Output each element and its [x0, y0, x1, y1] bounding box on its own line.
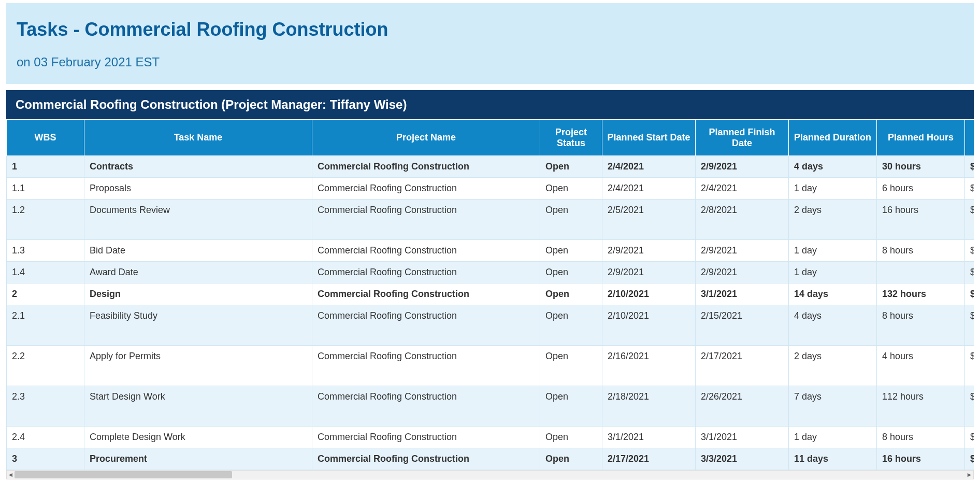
cell-finish: 3/1/2021: [696, 284, 789, 305]
cell-project: Commercial Roofing Construction: [312, 346, 540, 386]
cell-hours: 132 hours: [877, 284, 965, 305]
cell-cost: $0.00: [965, 156, 974, 178]
cell-start: 3/1/2021: [602, 427, 696, 448]
cell-project: Commercial Roofing Construction: [312, 284, 540, 305]
cell-cost: $0.00: [965, 386, 974, 427]
col-header-start: Planned Start Date: [602, 120, 696, 156]
cell-cost: $0.00: [965, 240, 974, 262]
cell-finish: 3/3/2021: [696, 448, 789, 470]
cell-hours: 112 hours: [877, 386, 965, 427]
table-row: 1ContractsCommercial Roofing Constructio…: [7, 156, 974, 178]
cell-cost: $0.00: [965, 284, 974, 305]
cell-wbs: 2.2: [7, 346, 84, 386]
cell-hours: 4 hours: [877, 346, 965, 386]
cell-duration: 7 days: [789, 386, 877, 427]
cell-status: Open: [540, 448, 602, 470]
cell-duration: 14 days: [789, 284, 877, 305]
col-header-status: Project Status: [540, 120, 602, 156]
cell-status: Open: [540, 427, 602, 448]
cell-cost: $0.00: [965, 346, 974, 386]
cell-task: Design: [84, 284, 312, 305]
table-header: WBS Task Name Project Name Project Statu…: [7, 120, 974, 156]
cell-task: Start Design Work: [84, 386, 312, 427]
cell-cost: $0.00: [965, 200, 974, 240]
cell-duration: 2 days: [789, 200, 877, 240]
page-title: Tasks - Commercial Roofing Construction: [17, 19, 963, 40]
cell-status: Open: [540, 346, 602, 386]
cell-start: 2/4/2021: [602, 156, 696, 178]
cell-wbs: 2: [7, 284, 84, 305]
cell-task: Procurement: [84, 448, 312, 470]
cell-finish: 2/17/2021: [696, 346, 789, 386]
cell-project: Commercial Roofing Construction: [312, 305, 540, 346]
cell-hours: 30 hours: [877, 156, 965, 178]
cell-duration: 1 day: [789, 262, 877, 284]
table-row: 3ProcurementCommercial Roofing Construct…: [7, 448, 974, 470]
cell-status: Open: [540, 305, 602, 346]
cell-duration: 2 days: [789, 346, 877, 386]
cell-duration: 1 day: [789, 427, 877, 448]
cell-finish: 2/15/2021: [696, 305, 789, 346]
cell-task: Bid Date: [84, 240, 312, 262]
scroll-left-arrow-icon[interactable]: ◄: [7, 471, 15, 479]
table-row: 2.3Start Design WorkCommercial Roofing C…: [7, 386, 974, 427]
cell-cost: $0.00: [965, 305, 974, 346]
scroll-thumb[interactable]: [15, 471, 232, 478]
cell-hours: 16 hours: [877, 200, 965, 240]
horizontal-scrollbar[interactable]: ◄ ►: [6, 470, 974, 479]
cell-wbs: 1: [7, 156, 84, 178]
cell-cost: $0.00: [965, 427, 974, 448]
cell-finish: 2/4/2021: [696, 178, 789, 200]
scroll-right-arrow-icon[interactable]: ►: [965, 471, 973, 479]
col-header-task: Task Name: [84, 120, 312, 156]
header-banner: Tasks - Commercial Roofing Construction …: [6, 3, 974, 84]
cell-task: Complete Design Work: [84, 427, 312, 448]
cell-start: 2/10/2021: [602, 284, 696, 305]
tasks-table: WBS Task Name Project Name Project Statu…: [6, 119, 974, 470]
tasks-table-wrap: WBS Task Name Project Name Project Statu…: [6, 119, 974, 470]
cell-hours: 8 hours: [877, 305, 965, 346]
cell-duration: 4 days: [789, 305, 877, 346]
col-header-cost: Planned Cost: [965, 120, 974, 156]
cell-finish: 2/9/2021: [696, 240, 789, 262]
cell-duration: 11 days: [789, 448, 877, 470]
cell-wbs: 2.4: [7, 427, 84, 448]
cell-task: Award Date: [84, 262, 312, 284]
col-header-duration: Planned Duration: [789, 120, 877, 156]
cell-start: 2/9/2021: [602, 240, 696, 262]
cell-wbs: 1.3: [7, 240, 84, 262]
cell-status: Open: [540, 156, 602, 178]
table-row: 2.1Feasibility StudyCommercial Roofing C…: [7, 305, 974, 346]
cell-start: 2/16/2021: [602, 346, 696, 386]
cell-wbs: 2.3: [7, 386, 84, 427]
cell-hours: 6 hours: [877, 178, 965, 200]
table-row: 2.2Apply for PermitsCommercial Roofing C…: [7, 346, 974, 386]
cell-hours: 8 hours: [877, 240, 965, 262]
cell-status: Open: [540, 284, 602, 305]
cell-project: Commercial Roofing Construction: [312, 200, 540, 240]
cell-start: 2/4/2021: [602, 178, 696, 200]
cell-hours: 8 hours: [877, 427, 965, 448]
cell-wbs: 3: [7, 448, 84, 470]
cell-start: 2/10/2021: [602, 305, 696, 346]
cell-project: Commercial Roofing Construction: [312, 240, 540, 262]
cell-task: Documents Review: [84, 200, 312, 240]
cell-task: Feasibility Study: [84, 305, 312, 346]
cell-duration: 1 day: [789, 240, 877, 262]
cell-task: Contracts: [84, 156, 312, 178]
table-row: 1.3Bid DateCommercial Roofing Constructi…: [7, 240, 974, 262]
cell-project: Commercial Roofing Construction: [312, 386, 540, 427]
project-group-header: Commercial Roofing Construction (Project…: [6, 90, 974, 119]
cell-task: Proposals: [84, 178, 312, 200]
cell-finish: 2/26/2021: [696, 386, 789, 427]
cell-start: 2/5/2021: [602, 200, 696, 240]
cell-start: 2/9/2021: [602, 262, 696, 284]
cell-start: 2/18/2021: [602, 386, 696, 427]
table-row: 1.4Award DateCommercial Roofing Construc…: [7, 262, 974, 284]
cell-cost: $0.00: [965, 178, 974, 200]
report-page: Tasks - Commercial Roofing Construction …: [0, 0, 980, 479]
cell-status: Open: [540, 262, 602, 284]
cell-hours: [877, 262, 965, 284]
cell-project: Commercial Roofing Construction: [312, 178, 540, 200]
cell-status: Open: [540, 386, 602, 427]
